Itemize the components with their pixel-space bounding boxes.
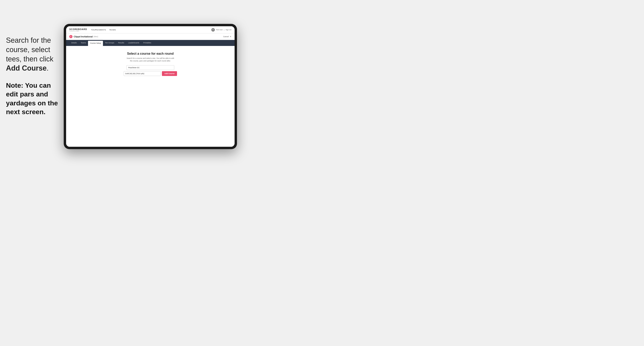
- tee-select-row: Gold (M) (M) (7010 yds) Add Course: [124, 71, 177, 76]
- user-separator: |: [224, 29, 224, 31]
- tab-teams[interactable]: Teams: [79, 40, 88, 46]
- course-search-input[interactable]: [126, 65, 174, 70]
- cancel-button[interactable]: Cancel ✕: [223, 36, 232, 38]
- tablet-screen: SCOREBOARD Powered by clippd TOURNAMENTS…: [66, 26, 234, 147]
- nav-teams[interactable]: TEAMS: [109, 28, 116, 32]
- logo: SCOREBOARD Powered by clippd: [69, 28, 87, 32]
- logo-subtitle: Powered by clippd: [69, 30, 87, 32]
- cancel-icon: ✕: [230, 36, 232, 38]
- tab-bar: Details Teams Course Setup Tee Groups Re…: [66, 40, 234, 46]
- tablet-frame: SCOREBOARD Powered by clippd TOURNAMENTS…: [64, 24, 237, 149]
- user-area: T Test User | Sign out: [211, 28, 232, 32]
- navbar: SCOREBOARD Powered by clippd TOURNAMENTS…: [66, 26, 234, 33]
- annotation-note-text: Note: You can edit pars and yardages on …: [6, 81, 62, 116]
- tab-tee-groups[interactable]: Tee Groups: [103, 40, 116, 46]
- add-course-button[interactable]: Add Course: [162, 71, 177, 76]
- tournament-name: Clippd Invitational: [74, 35, 92, 38]
- user-name: Test User: [216, 29, 223, 31]
- avatar: T: [211, 28, 215, 32]
- course-section-title: Select a course for each round: [127, 52, 174, 55]
- tab-printables[interactable]: Printables: [141, 40, 153, 46]
- tab-leaderboards[interactable]: Leaderboards: [126, 40, 142, 46]
- tournament-header: C Clippd Invitational (Men) Cancel ✕: [66, 33, 234, 40]
- tab-details[interactable]: Details: [69, 40, 79, 46]
- annotation-main-text: Search for the course, select tees, then…: [6, 36, 62, 73]
- annotation-area: Search for the course, select tees, then…: [6, 36, 62, 116]
- tournament-type: (Men): [94, 36, 98, 38]
- nav-tournaments[interactable]: TOURNAMENTS: [91, 28, 106, 32]
- tab-course-setup[interactable]: Course Setup: [88, 41, 103, 46]
- nav-links: TOURNAMENTS TEAMS: [91, 28, 211, 32]
- course-section-subtitle: Search for a course and select a tee. Yo…: [126, 57, 174, 62]
- tee-select-wrapper: Gold (M) (M) (7010 yds): [124, 71, 161, 76]
- tab-results[interactable]: Results: [116, 40, 126, 46]
- logo-title: SCOREBOARD: [69, 28, 87, 30]
- tournament-icon: C: [69, 35, 72, 38]
- main-content: Select a course for each round Search fo…: [66, 46, 234, 147]
- tee-select[interactable]: Gold (M) (M) (7010 yds): [124, 71, 161, 76]
- sign-out-link[interactable]: Sign out: [226, 29, 232, 31]
